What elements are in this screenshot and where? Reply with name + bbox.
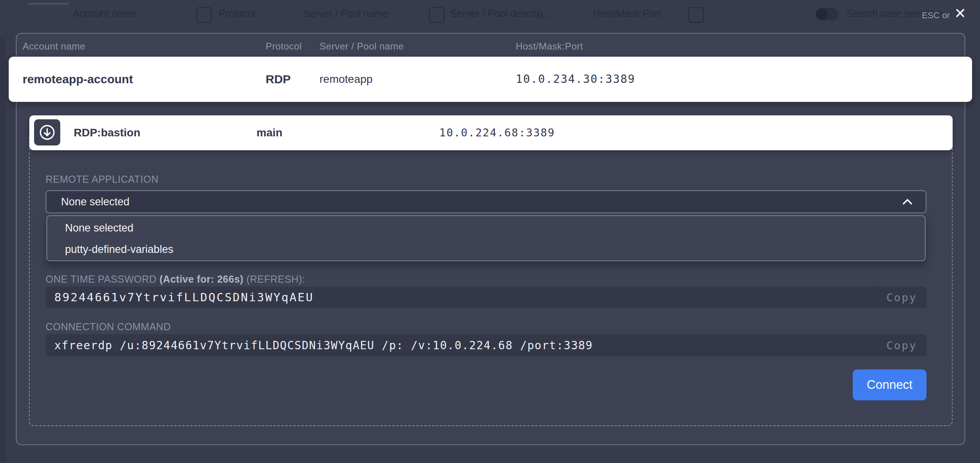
otp-copy-button[interactable]: Copy xyxy=(877,287,926,308)
modal-column-account-name: Account name xyxy=(23,39,85,54)
otp-value: 89244661v7YtrvifLLDQCSDNi3WYqAEU xyxy=(54,287,314,308)
background-tab-underline xyxy=(28,3,69,4)
background-sidebar-edge xyxy=(0,38,6,463)
otp-refresh-link[interactable]: (REFRESH): xyxy=(247,274,305,285)
remote-application-selected-value: None selected xyxy=(61,191,130,212)
session-row[interactable]: RDP:bastion main 10.0.224.68:3389 xyxy=(29,115,953,150)
remote-application-label: REMOTE APPLICATION xyxy=(46,173,159,186)
modal-column-protocol: Protocol xyxy=(266,39,302,54)
bg-sort-icon xyxy=(429,7,445,23)
close-icon[interactable]: ✕ xyxy=(951,5,969,22)
connection-command-field: xfreerdp /u:89244661v7YtrvifLLDQCSDNi3WY… xyxy=(46,334,926,356)
bg-column-server-pool-name: Server / Pool name xyxy=(303,6,388,21)
server-pool-value: remoteapp xyxy=(320,57,373,102)
chevron-up-icon xyxy=(901,196,914,207)
session-target-value: main xyxy=(256,115,282,150)
session-host-value: 10.0.224.68:3389 xyxy=(439,115,555,150)
bg-case-sensitive-toggle xyxy=(815,8,838,21)
connection-command-value: xfreerdp /u:89244661v7YtrvifLLDQCSDNi3WY… xyxy=(54,334,593,356)
bg-column-protocol: Protocol xyxy=(219,6,255,21)
modal-column-server-pool: Server / Pool name xyxy=(320,39,404,54)
bg-sort-icon xyxy=(688,7,704,23)
remote-application-options: None selected putty-defined-variables xyxy=(46,215,926,261)
bg-column-account-name: Account name xyxy=(73,6,136,21)
option-none-selected[interactable]: None selected xyxy=(47,217,925,239)
host-mask-port-value: 10.0.234.30:3389 xyxy=(516,57,635,102)
connect-button[interactable]: Connect xyxy=(853,369,926,400)
otp-field: 89244661v7YtrvifLLDQCSDNi3WYqAEU Copy xyxy=(46,287,926,308)
esc-hint-label: ESC or xyxy=(922,10,950,21)
bg-sort-icon xyxy=(196,7,212,23)
selected-connection-row[interactable]: remoteapp-account RDP remoteapp 10.0.234… xyxy=(9,57,972,102)
bg-column-host-mask-port: Host/Mask:Port xyxy=(593,6,661,21)
protocol-value: RDP xyxy=(266,57,291,102)
session-name-value: RDP:bastion xyxy=(74,115,140,150)
download-session-button[interactable] xyxy=(34,119,60,145)
circle-arrow-down-icon xyxy=(39,124,55,140)
command-copy-button[interactable]: Copy xyxy=(877,334,926,356)
option-putty-defined-variables[interactable]: putty-defined-variables xyxy=(47,238,925,260)
bg-column-server-pool-desc: Server / Pool descrip... xyxy=(450,6,551,21)
remote-application-select[interactable]: None selected xyxy=(46,190,926,213)
modal-column-host-mask-port: Host/Mask:Port xyxy=(516,39,583,54)
connection-command-label: CONNECTION COMMAND xyxy=(46,320,171,333)
otp-label: ONE TIME PASSWORD xyxy=(46,274,157,285)
otp-active-for: (Active for: 266s) xyxy=(159,274,243,285)
account-name-value: remoteapp-account xyxy=(23,57,133,102)
